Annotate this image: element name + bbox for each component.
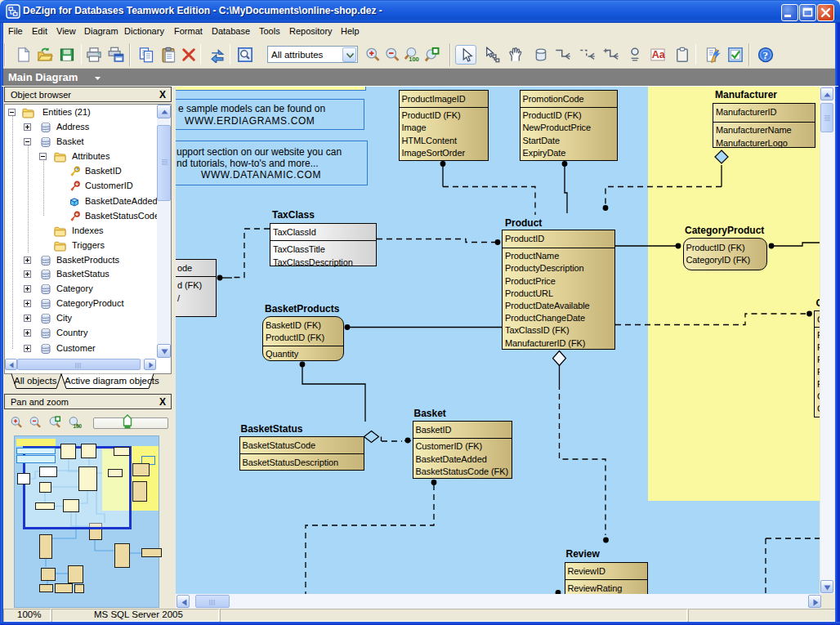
svg-text:Aa: Aa: [652, 49, 666, 60]
svg-text:?: ?: [763, 49, 769, 61]
svg-text:100: 100: [73, 423, 82, 429]
svg-text:100: 100: [409, 56, 419, 63]
